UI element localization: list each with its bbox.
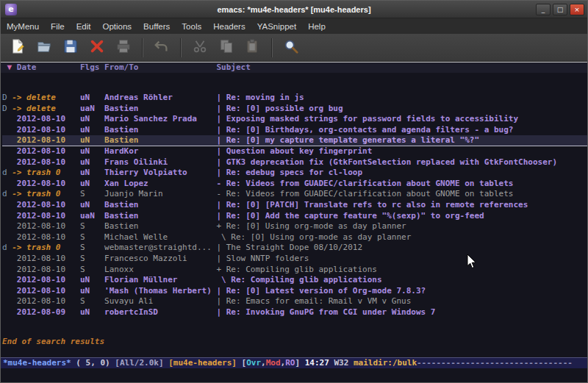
message-row[interactable]: 2012-08-10 S Michael Welle \ Re: [O] Usi… <box>2 232 587 243</box>
sort-direction-icon[interactable]: ▼ <box>2 62 12 72</box>
search-icon <box>283 38 299 57</box>
message-from: Michael Welle <box>104 232 216 242</box>
message-row[interactable]: 2012-08-10 S Lanoxx + Re: Compiling glib… <box>2 265 587 276</box>
mark-flag <box>2 211 12 221</box>
message-row[interactable]: 2012-08-10 uN 'Mash (Thomas Herbert) | R… <box>2 286 587 297</box>
save-button[interactable] <box>60 37 82 59</box>
message-row[interactable]: 2012-08-10 S Francesco Mazzoli | Slow NN… <box>2 254 587 265</box>
message-flags: S <box>80 265 104 274</box>
message-row[interactable]: d -> trash 0 S webmaster@straightd... | … <box>2 243 587 254</box>
message-row[interactable]: d -> trash 0 uN Thierry Volpiatto | Re: … <box>2 168 587 179</box>
message-date: 2012-08-10 <box>12 200 80 210</box>
message-row[interactable]: 2012-08-10 uaN Bastien | Re: [0] Add the… <box>2 211 587 222</box>
message-date: 2012-08-10 <box>12 114 80 124</box>
message-list: D -> delete uN Andreas Röhler | Re: movi… <box>2 93 587 318</box>
menu-item-headers[interactable]: Headers <box>207 20 251 33</box>
column-header-subject[interactable]: Subject <box>216 62 250 72</box>
message-subject: | Re: [0] Latest version of Org-mode 7.8… <box>216 286 426 296</box>
message-row[interactable]: D -> delete uaN Bastien | Re: [0] possib… <box>2 104 587 115</box>
message-flags: uN <box>80 146 104 156</box>
new-file-button[interactable] <box>7 37 29 59</box>
message-subject: - Re: Videos from GUADEC/clarification a… <box>216 189 513 198</box>
message-flags: S <box>80 243 104 252</box>
title-bar[interactable]: e emacs: *mu4e-headers* [mu4e-headers] _… <box>1 1 587 18</box>
message-date: 2012-08-10 <box>12 275 80 284</box>
message-from: Bastien <box>104 135 216 145</box>
column-header-date[interactable]: Date <box>12 62 80 72</box>
cut-button <box>189 37 211 59</box>
message-row[interactable]: 2012-08-10 uN Mario Sanchez Prada | Expo… <box>2 114 587 125</box>
message-flags: S <box>80 232 104 242</box>
toolbar-separator <box>180 38 182 57</box>
copy-button <box>215 37 237 59</box>
menu-item-file[interactable]: File <box>45 20 71 33</box>
mark-flag: D <box>2 104 12 113</box>
message-from: robertcInSD <box>104 307 216 317</box>
message-subject: | Re: [0] my capture template generates … <box>216 135 479 145</box>
message-row[interactable]: 2012-08-10 S Suvayu Ali | Re: Emacs for … <box>2 296 587 307</box>
menu-item-edit[interactable]: Edit <box>71 20 97 33</box>
mark-target: -> trash 0 <box>12 189 80 198</box>
message-flags: S <box>80 221 104 231</box>
message-subject: | Re: [0] Birthdays, org-contacts and ag… <box>216 125 513 135</box>
menu-item-yasnippet[interactable]: YASnippet <box>251 20 303 33</box>
message-subject: | GTK3 deprecation fix (GtkFontSelection… <box>216 157 557 167</box>
message-row[interactable]: 2012-08-10 uN Frans Oilinki | GTK3 depre… <box>2 157 587 168</box>
maximize-button[interactable]: □ <box>553 4 567 15</box>
message-row[interactable]: d -> trash 0 S Juanjo Marin - Re: Videos… <box>2 189 587 200</box>
modeline-time: 14:27 <box>305 358 334 368</box>
message-from: Suvayu Ali <box>104 296 216 306</box>
message-from: Andreas Röhler <box>104 93 216 102</box>
message-date: 2012-08-10 <box>12 146 80 156</box>
menu-item-tools[interactable]: Tools <box>176 20 207 33</box>
message-flags: S <box>80 189 104 198</box>
search-button[interactable] <box>280 37 302 59</box>
menu-item-options[interactable]: Options <box>96 20 137 33</box>
end-of-results-label: End of search results <box>2 337 587 348</box>
mark-flag <box>2 157 12 167</box>
toolbar-separator <box>271 38 273 57</box>
mark-flag <box>2 254 12 263</box>
close-button[interactable]: × <box>570 4 584 15</box>
open-file-button[interactable] <box>33 37 55 59</box>
mode-line: *mu4e-headers* ( 5, 0) [All/2.0k] [mu4e-… <box>1 357 587 368</box>
save-icon <box>62 38 79 57</box>
modeline-modified: Mod <box>266 358 281 368</box>
column-header-flags[interactable]: Flgs <box>80 62 104 72</box>
message-row[interactable]: 2012-08-10 uN Bastien | Re: [0] [PATCH] … <box>2 200 587 211</box>
message-flags: uaN <box>80 104 104 113</box>
message-subject: + Re: Compiling glib applications <box>216 265 377 274</box>
message-row[interactable]: 2012-08-10 uN Bastien | Re: [0] Birthday… <box>2 125 587 136</box>
paste-icon <box>245 38 261 57</box>
modeline-major-mode: [mu4e-headers] <box>168 358 241 368</box>
column-header-from[interactable]: From/To <box>104 62 216 72</box>
menu-item-buffers[interactable]: Buffers <box>137 20 176 33</box>
message-row[interactable]: D -> delete uN Andreas Röhler | Re: movi… <box>2 93 587 104</box>
message-subject: | Question about key fingerprint <box>216 146 372 156</box>
minimize-button[interactable]: _ <box>536 4 551 15</box>
menu-item-help[interactable]: Help <box>302 20 331 33</box>
message-subject: | Re: edebug specs for cl-loop <box>216 168 362 177</box>
message-row[interactable]: 2012-08-10 uN Xan Lopez - Re: Videos fro… <box>2 179 587 190</box>
message-from: Bastien <box>104 104 216 113</box>
kill-buffer-button[interactable] <box>86 37 108 59</box>
mark-flag <box>2 179 12 188</box>
message-row[interactable]: 2012-08-10 S Bastien + Re: [0] Using org… <box>2 221 587 232</box>
message-row[interactable]: 2012-08-10 uN HardKor | Question about k… <box>2 146 587 157</box>
message-flags: uN <box>80 200 104 210</box>
message-from: Bastien <box>104 221 216 231</box>
message-subject: | Re: [0] Add the capture feature "%(sex… <box>216 211 484 221</box>
mark-flag <box>2 265 12 274</box>
message-date: 2012-08-09 <box>12 307 80 317</box>
mark-flag <box>2 200 12 210</box>
message-row[interactable]: 2012-08-10 uN Florian Müllner \ Re: Comp… <box>2 275 587 286</box>
message-flags: uN <box>80 157 104 167</box>
message-from: HardKor <box>104 146 216 156</box>
message-row[interactable]: 2012-08-09 uN robertcInSD | Re: Invoking… <box>2 307 587 318</box>
header-line[interactable]: ▼ Date Flgs From/To Subject <box>1 62 587 73</box>
message-row-current[interactable]: 2012-08-10 uN Bastien | Re: [0] my captu… <box>2 135 587 146</box>
message-flags: S <box>80 254 104 263</box>
echo-area[interactable] <box>1 368 587 382</box>
mark-flag <box>2 286 12 296</box>
menu-item-mymenu[interactable]: MyMenu <box>1 20 45 33</box>
